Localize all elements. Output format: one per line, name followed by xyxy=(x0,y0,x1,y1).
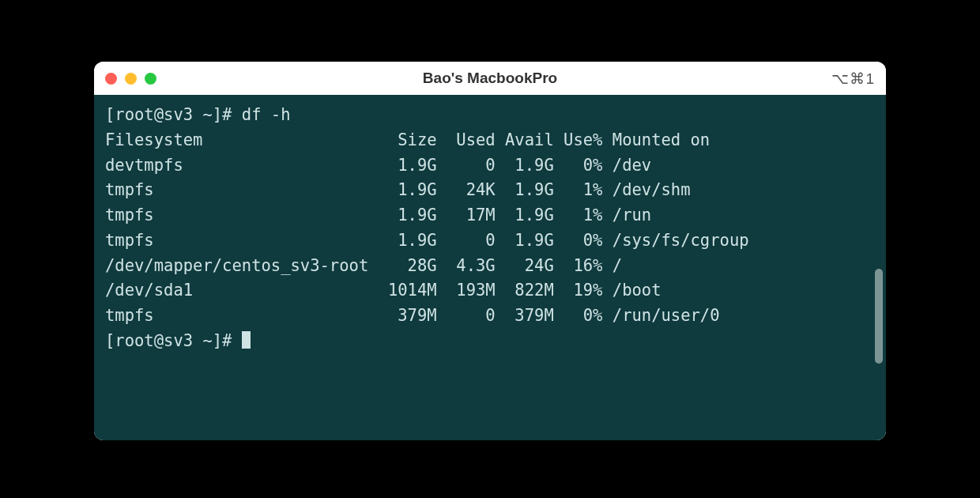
scrollbar-thumb[interactable] xyxy=(875,269,883,364)
command-output: Filesystem Size Used Avail Use% Mounted … xyxy=(105,128,875,329)
tab-shortcut-label: ⌥⌘1 xyxy=(831,70,875,88)
minimize-icon[interactable] xyxy=(125,73,137,85)
close-icon[interactable] xyxy=(105,73,117,85)
cursor-icon xyxy=(242,331,251,349)
terminal-window: Bao's MacbookPro ⌥⌘1 [root@sv3 ~]# df -h… xyxy=(94,62,886,440)
terminal-body[interactable]: [root@sv3 ~]# df -hFilesystem Size Used … xyxy=(94,95,886,440)
titlebar[interactable]: Bao's MacbookPro ⌥⌘1 xyxy=(94,62,886,95)
window-title: Bao's MacbookPro xyxy=(94,70,886,87)
prompt-line: [root@sv3 ~]# df -h xyxy=(105,103,875,128)
traffic-lights xyxy=(105,73,156,85)
prompt-line-2: [root@sv3 ~]# xyxy=(105,329,875,354)
maximize-icon[interactable] xyxy=(145,73,156,85)
